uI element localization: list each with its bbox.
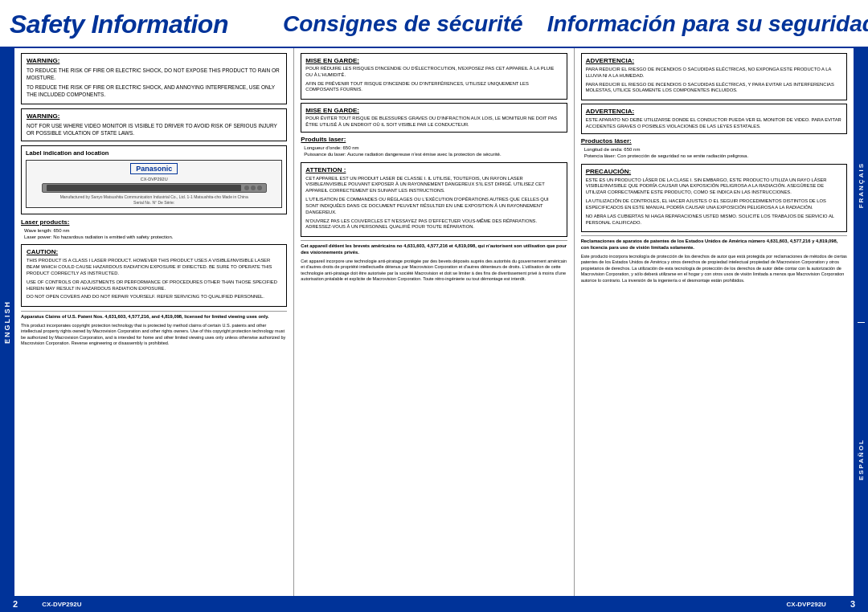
- warning-box-1: WARNING: TO REDUCE THE RISK OF FIRE OR E…: [21, 53, 287, 104]
- model-right: CX-DVP292U: [787, 601, 826, 608]
- warning2-title: WARNING:: [27, 112, 281, 120]
- precaucion-box: PRECAUCIÓN: ESTE ES UN PRODUCTO LÁSER DE…: [581, 164, 847, 233]
- english-tab: ENGLISH: [0, 48, 14, 596]
- device-illustration: Panasonic CX-DVP292U Manufactured by San…: [26, 160, 282, 208]
- device-btn-2: [251, 186, 256, 190]
- column-spanish: ADVERTENCIA: PARA REDUCIR EL RIESGO DE I…: [575, 48, 854, 596]
- label-box-title: Label indication and location: [26, 149, 282, 157]
- advertencia-box-1: ADVERTENCIA: PARA REDUCIR EL RIESGO DE I…: [581, 53, 847, 100]
- caution-text: THIS PRODUCT IS A CLASS I LASER PRODUCT.…: [27, 258, 281, 300]
- english-tab-label: ENGLISH: [3, 300, 11, 344]
- patent-text-fr: Cet appareil détient les brevets américa…: [301, 240, 567, 282]
- produits-title: Produits laser:: [301, 136, 567, 143]
- column-english: WARNING: TO REDUCE THE RISK OF FIRE OR E…: [14, 48, 294, 596]
- title-spanish: Información para su seguridad: [547, 11, 868, 37]
- mise1-title: MISE EN GARDE:: [305, 57, 562, 64]
- warning2-text: NOT FOR USE WHERE VIDEO MONITOR IS VISIB…: [27, 122, 281, 137]
- precaucion-title: PRECAUCIÓN:: [586, 168, 842, 175]
- produits-text: Longueur d'onde: 650 nm Puissance du las…: [301, 145, 567, 158]
- caution-title: CAUTION:: [27, 248, 281, 255]
- productos-section: Productos láser: Longitud de onda: 650 n…: [581, 137, 847, 160]
- advertencia2-title: ADVERTENCIA:: [586, 108, 842, 115]
- columns: WARNING: TO REDUCE THE RISK OF FIRE OR E…: [14, 48, 854, 596]
- warning-box-2: WARNING: NOT FOR USE WHERE VIDEO MONITOR…: [21, 108, 287, 141]
- title-safety: Safety Information: [10, 10, 228, 39]
- advertencia1-title: ADVERTENCIA:: [586, 57, 842, 64]
- patent-text-en: Apparatus Claims of U.S. Patent Nos. 4,6…: [21, 311, 287, 347]
- advertencia-box-2: ADVERTENCIA: ESTE APARATO NO DEBE UTILIZ…: [581, 104, 847, 134]
- footer-right: CX-DVP292U 3: [787, 599, 855, 609]
- device-btn-1: [244, 186, 249, 190]
- precaucion-text: ESTE ES UN PRODUCTO LÁSER DE LA CLASE I.…: [586, 177, 842, 226]
- advertencia1-text: PARA REDUCIR EL RIESGO DE INCENDIOS O SA…: [586, 67, 842, 94]
- mise-box-1: MISE EN GARDE: POUR RÉDUIRE LES RISQUES …: [301, 53, 567, 100]
- produits-section: Produits laser: Longueur d'onde: 650 nm …: [301, 136, 567, 158]
- advertencia2-text: ESTE APARATO NO DEBE UTILIZARSE DONDE EL…: [586, 117, 842, 130]
- productos-title: Productos láser:: [581, 137, 847, 145]
- warning1-text: TO REDUCE THE RISK OF FIRE OR ELECTRIC S…: [27, 67, 281, 98]
- warning1-title: WARNING:: [27, 57, 281, 64]
- mise2-title: MISE EN GARDE:: [305, 107, 562, 114]
- page-number-left: 2: [13, 599, 18, 609]
- right-tab: FRANÇAIS ESPAÑOL: [854, 48, 868, 596]
- label-box: Label indication and location Panasonic …: [21, 145, 287, 214]
- page-number-right: 3: [850, 599, 855, 609]
- mise2-text: POUR ÉVITER TOUT RISQUE DE BLESSURES GRA…: [305, 116, 562, 129]
- content-area: ENGLISH WARNING: TO REDUCE THE RISK OF F…: [0, 48, 868, 596]
- panasonic-logo: Panasonic: [130, 163, 178, 174]
- espanol-tab: ESPAÑOL: [858, 323, 865, 597]
- header: Safety Information Consignes de sécurité…: [0, 0, 868, 48]
- espanol-tab-label: ESPAÑOL: [858, 439, 865, 480]
- francais-tab-label: FRANÇAIS: [858, 162, 865, 208]
- productos-text: Longitud de onda: 650 nm Potencia láser:…: [581, 146, 847, 160]
- page: Safety Information Consignes de sécurité…: [0, 0, 868, 612]
- laser-text: Wave length: 650 nm Laser power: No haza…: [21, 227, 287, 241]
- device-buttons: [244, 186, 262, 190]
- serial-text: Serial No. N° De Série:: [133, 200, 174, 205]
- caution-box: CAUTION: THIS PRODUCT IS A CLASS I LASER…: [21, 244, 287, 307]
- attention-title: ATTENTION :: [305, 166, 562, 173]
- device-btn-3: [257, 186, 262, 190]
- model-left: CX-DVP292U: [42, 601, 81, 608]
- mise1-text: POUR RÉDUIRE LES RISQUES D'INCENDIE OU D…: [305, 66, 562, 93]
- laser-section: Laser products: Wave length: 650 nm Lase…: [21, 218, 287, 241]
- title-french: Consignes de sécurité: [283, 11, 523, 37]
- device-body: [42, 183, 267, 194]
- footer-left: 2 CX-DVP292U: [13, 599, 81, 609]
- laser-title: Laser products:: [21, 218, 287, 226]
- francais-tab: FRANÇAIS: [858, 48, 865, 323]
- model-label: CX-DVP292U: [141, 177, 168, 182]
- attention-box: ATTENTION : CET APPAREIL EST UN PRODUIT …: [301, 162, 567, 238]
- footer: 2 CX-DVP292U CX-DVP292U 3: [0, 596, 868, 612]
- patent-text-es: Reclamaciones de aparatos de patentes de…: [581, 235, 847, 284]
- device-slot: [47, 185, 241, 191]
- attention-text: CET APPAREIL EST UN PRODUIT LASER DE CLA…: [305, 176, 562, 231]
- column-french: MISE EN GARDE: POUR RÉDUIRE LES RISQUES …: [294, 48, 574, 596]
- mise-box-2: MISE EN GARDE: POUR ÉVITER TOUT RISQUE D…: [301, 103, 567, 133]
